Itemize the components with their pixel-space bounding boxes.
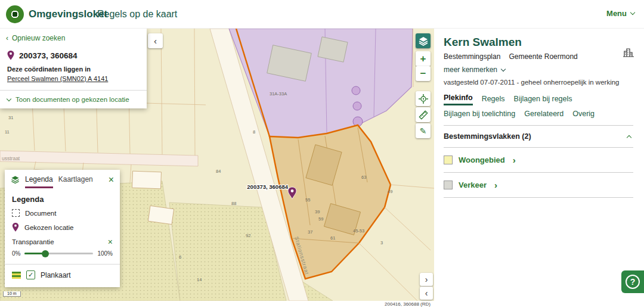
close-legend-button[interactable]: × (109, 175, 114, 185)
slider-min-label: 0% (12, 250, 20, 257)
parcel-number-label: 88 (231, 201, 236, 206)
location-pin-icon (7, 51, 14, 60)
marker-coordinates-label: 200373, 360684 (247, 183, 288, 190)
transparency-label: Transparantie (12, 238, 54, 245)
chevron-right-icon: › (425, 275, 428, 284)
tab-regels[interactable]: Regels (482, 94, 505, 105)
plan-info-panel: Kern Swalmen Bestemmingsplan Gemeente Ro… (434, 29, 644, 308)
verkeer-swatch (444, 181, 453, 189)
crosshair-icon (419, 94, 428, 104)
plankaart-layer-icon (12, 272, 21, 279)
tab-overig[interactable]: Overig (572, 110, 595, 120)
layers-button[interactable] (416, 33, 431, 48)
plan-title: Kern Swalmen (444, 36, 633, 49)
draw-button[interactable]: ✎ (416, 123, 431, 138)
panel-expand-button[interactable]: › (420, 273, 433, 286)
chevron-down-icon (7, 96, 11, 101)
transparency-slider[interactable] (24, 253, 93, 254)
map-viewport[interactable]: usstraat Stationsstraat 803111884889231A… (0, 29, 434, 301)
legend-heading: Legenda (12, 195, 113, 204)
menu-button[interactable]: Menu (606, 9, 634, 18)
plankaart-checkbox[interactable]: ✓ (26, 270, 35, 279)
tab-bijlagen-bij-regels[interactable]: Bijlagen bij regels (514, 94, 572, 105)
omgevingsloket-app: Omgevingsloket Regels op de kaart Menu (0, 0, 644, 308)
tab-gerelateerd[interactable]: Gerelateerd (524, 110, 564, 120)
measure-button[interactable] (416, 107, 431, 122)
coordinates-block: 200373, 360684 Deze coördinaten liggen i… (0, 46, 147, 90)
minus-icon: − (420, 68, 426, 80)
more-characteristics-toggle[interactable]: meer kenmerken (444, 66, 505, 74)
buildings-icon (623, 48, 634, 57)
page-title: Regels op de kaart (97, 9, 177, 20)
parcel-number-label: 6 (179, 254, 181, 260)
parcel-number-label: 61 (330, 235, 335, 241)
show-on-map-button[interactable] (623, 48, 634, 59)
zoom-in-button[interactable]: + (416, 51, 431, 66)
zoom-out-button[interactable]: − (416, 66, 431, 81)
legend-item-label: Document (25, 210, 56, 217)
location-pin-icon (12, 223, 19, 232)
chevron-left-icon: ‹ (425, 288, 428, 298)
pin-center-dot (291, 189, 294, 192)
parcel-number-label: 92 (246, 233, 250, 238)
chevron-left-icon: ‹ (154, 36, 157, 46)
help-button[interactable]: ? (621, 270, 644, 293)
layer-label: Plankaart (41, 271, 71, 279)
omgevingsloket-logo-icon[interactable] (6, 5, 24, 23)
document-outline-icon (12, 209, 20, 217)
cursor-coordinates: 200416, 360688 (RD) (0, 301, 434, 308)
clear-transparency-button[interactable]: × (108, 238, 113, 246)
collapse-search-panel-button[interactable]: ‹ (148, 33, 163, 48)
zone-row-woongebied: Woongebied › (444, 148, 633, 173)
map-scale: 10 m (3, 291, 21, 297)
plan-status: vastgesteld 07-07-2011 - geheel onherroe… (444, 79, 633, 86)
tab-bijlagen-bij-toelichting[interactable]: Bijlagen bij toelichting (444, 110, 515, 120)
chevron-up-icon (627, 135, 631, 139)
location-intro-text: Deze coördinaten liggen in (7, 66, 140, 73)
parcel-number-label: 45-53 (353, 228, 364, 234)
parcel-number-label: 3 (380, 240, 383, 245)
legend-item-document: Document (12, 209, 113, 217)
chevron-down-icon (630, 10, 635, 15)
selected-coordinates: 200373, 360684 (19, 51, 78, 60)
panel-collapse-button[interactable]: ‹ (420, 287, 433, 300)
chevron-right-icon[interactable]: › (513, 155, 516, 165)
tab-plekinfo[interactable]: Plekinfo (444, 94, 473, 105)
app-name: Omgevingsloket (29, 8, 107, 20)
legend-item-gekozen-locatie: Gekozen locatie (12, 223, 113, 232)
zone-link-woongebied[interactable]: Woongebied (459, 155, 505, 164)
parcel-number-label: 84 (216, 169, 221, 174)
show-documents-toggle[interactable]: Toon documenten op gekozen locatie (0, 90, 147, 108)
section-bestemmingsvlakken[interactable]: Bestemmingsvlakken (2) (444, 126, 633, 148)
woongebied-swatch (444, 155, 453, 164)
parcel-number-label: 49 (388, 189, 392, 194)
chevron-down-icon (501, 66, 506, 71)
slider-max-label: 100% (97, 250, 113, 257)
legend-item-label: Gekozen locatie (24, 224, 73, 231)
search-again-label: Opnieuw zoeken (12, 34, 65, 42)
parcel-number-label: 63 (361, 175, 366, 180)
info-tab-bar: Plekinfo Regels Bijlagen bij regels Bijl… (444, 94, 633, 126)
plus-icon: + (420, 53, 426, 65)
check-icon: ✓ (28, 271, 33, 279)
zone-link-verkeer[interactable]: Verkeer (459, 181, 487, 189)
chevron-left-icon: ‹ (6, 34, 8, 42)
slider-thumb[interactable] (42, 250, 49, 257)
locate-me-button[interactable] (416, 91, 431, 106)
parcel-number-label: 11 (5, 129, 10, 135)
chevron-right-icon[interactable]: › (494, 180, 497, 190)
show-documents-label: Toon documenten op gekozen locatie (16, 96, 129, 103)
app-header: Omgevingsloket Regels op de kaart Menu (0, 0, 644, 29)
layer-row-plankaart: ✓ Plankaart (12, 270, 113, 279)
parcel-number-label: 31A-33A (270, 91, 287, 97)
tab-legenda[interactable]: Legenda (25, 175, 53, 188)
plan-authority: Gemeente Roermond (509, 52, 577, 61)
legend-panel: Legenda Kaartlagen × Legenda Document Ge… (5, 170, 120, 287)
search-result-panel: ‹ Opnieuw zoeken 200373, 360684 Deze coö… (0, 29, 147, 108)
parcel-number-label: 59 (318, 216, 323, 222)
search-again-button[interactable]: ‹ Opnieuw zoeken (0, 29, 71, 46)
plan-type: Bestemmingsplan (444, 52, 500, 61)
tab-kaartlagen[interactable]: Kaartlagen (58, 175, 93, 188)
parcel-number-label: 31 (8, 115, 13, 120)
parcel-link[interactable]: Perceel Swalmen (SMN02) A 4141 (7, 75, 108, 82)
